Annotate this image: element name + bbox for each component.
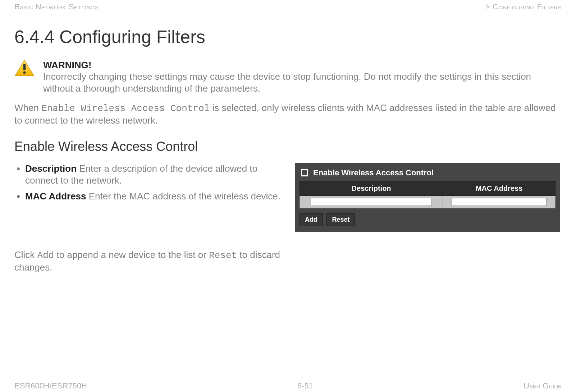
section-heading: Enable Wireless Access Control xyxy=(14,139,562,154)
footer-model: ESR600H/ESR750H xyxy=(14,381,87,391)
bullet-body: Enter the MAC address of the wireless de… xyxy=(86,191,280,202)
intro-code: Enable Wireless Access Control xyxy=(41,103,210,114)
page-footer: ESR600H/ESR750H 6-51 User Guide xyxy=(14,381,562,391)
mac-address-input[interactable] xyxy=(452,198,547,206)
bullet-term: Description xyxy=(25,163,77,174)
warning-body: Incorrectly changing these settings may … xyxy=(43,71,562,94)
svg-point-2 xyxy=(23,72,26,74)
note-t1: Click xyxy=(14,249,37,260)
intro-paragraph: When Enable Wireless Access Control is s… xyxy=(14,102,562,126)
header-right: > Configuring Filters xyxy=(485,2,562,11)
svg-rect-1 xyxy=(23,64,26,70)
footer-guide: User Guide xyxy=(524,381,562,391)
add-button[interactable]: Add xyxy=(300,213,323,226)
th-description: Description xyxy=(300,181,443,196)
warning-block: WARNING! Incorrectly changing these sett… xyxy=(14,60,562,94)
description-input[interactable] xyxy=(311,198,432,206)
note-t2: to append a new device to the list or xyxy=(54,249,209,260)
warning-label: WARNING! xyxy=(43,60,562,71)
note-code-reset: Reset xyxy=(209,250,237,261)
click-note: Click Add to append a new device to the … xyxy=(14,249,288,274)
enable-wac-label: Enable Wireless Access Control xyxy=(313,168,434,177)
page-header: Basic Network Settings > Configuring Fil… xyxy=(14,0,562,11)
intro-pre: When xyxy=(14,102,41,113)
wac-table: Description MAC Address xyxy=(300,181,556,208)
list-item: MAC Address Enter the MAC address of the… xyxy=(25,190,288,202)
header-left: Basic Network Settings xyxy=(14,2,99,11)
footer-page: 6-51 xyxy=(297,381,313,391)
th-mac: MAC Address xyxy=(443,181,556,196)
bullet-list: Description Enter a description of the d… xyxy=(25,163,288,202)
note-code-add: Add xyxy=(37,250,54,261)
access-control-panel: Enable Wireless Access Control Descripti… xyxy=(295,163,560,232)
page-title: 6.4.4 Configuring Filters xyxy=(14,27,562,47)
enable-wac-checkbox[interactable] xyxy=(301,169,308,176)
list-item: Description Enter a description of the d… xyxy=(25,163,288,186)
reset-button[interactable]: Reset xyxy=(326,213,355,226)
warning-icon xyxy=(14,60,43,78)
table-row xyxy=(300,196,556,208)
bullet-term: MAC Address xyxy=(25,191,86,202)
